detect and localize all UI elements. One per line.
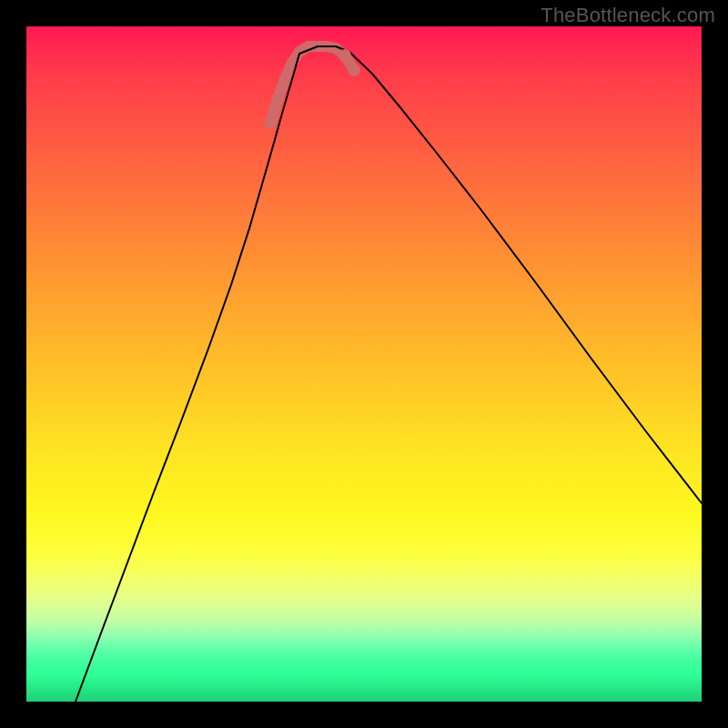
highlight-dot [348, 64, 360, 76]
watermark-text: TheBottleneck.com [541, 4, 715, 27]
plot-area [26, 26, 702, 702]
highlight-dot [271, 93, 284, 106]
chart-frame: TheBottleneck.com [0, 0, 728, 728]
highlight-dot [339, 49, 351, 62]
highlight-dot [264, 116, 277, 129]
bottleneck-curve-path [76, 46, 702, 702]
curve-svg [26, 26, 702, 702]
